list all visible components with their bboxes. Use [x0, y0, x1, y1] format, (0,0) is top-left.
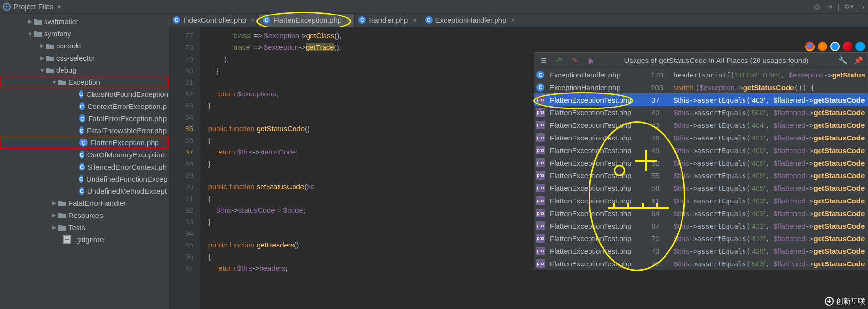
- folder-icon: [33, 30, 42, 38]
- watermark: 创新互联: [824, 296, 865, 306]
- tree-item[interactable]: CClassNotFoundException.: [0, 88, 169, 100]
- editor-tab[interactable]: CExceptionHandler.php×: [421, 14, 520, 27]
- php-file-icon: php: [536, 171, 545, 180]
- editor-tab[interactable]: CIndexController.php×: [169, 14, 259, 27]
- line-number: 89: [169, 170, 193, 181]
- usage-row[interactable]: CExceptionHandler.php170header(sprintf('…: [534, 68, 868, 81]
- expand-arrow-icon[interactable]: ▼: [51, 79, 58, 85]
- tree-item[interactable]: ▶Tests: [0, 221, 169, 233]
- chevron-down-icon[interactable]: ▼: [57, 4, 62, 10]
- usage-line: 55: [651, 171, 669, 180]
- usage-row[interactable]: phpFlattenExceptionTest.php40$this->asse…: [534, 106, 868, 119]
- close-icon[interactable]: ×: [344, 16, 350, 24]
- tree-item[interactable]: ▼Exception: [0, 76, 169, 88]
- expand-arrow-icon[interactable]: ▶: [51, 212, 58, 218]
- line-number: 78: [169, 42, 193, 53]
- tree-label: .gitignore: [74, 235, 104, 244]
- divider: |: [838, 2, 840, 11]
- usage-row[interactable]: phpFlattenExceptionTest.php52$this->asse…: [534, 156, 868, 169]
- php-file-icon: php: [536, 95, 545, 104]
- tree-item[interactable]: CFatalThrowableError.php: [0, 124, 169, 137]
- folder-icon: [33, 18, 42, 26]
- tree-item[interactable]: ▶FatalErrorHandler: [0, 197, 169, 209]
- usage-row[interactable]: phpFlattenExceptionTest.php61$this->asse…: [534, 194, 868, 207]
- usage-file: FlattenExceptionTest.php: [550, 197, 647, 205]
- line-number: 90: [169, 181, 193, 193]
- tree-label: FatalThrowableError.php: [87, 126, 167, 135]
- tree-item[interactable]: CFatalErrorException.php: [0, 112, 169, 124]
- chrome-icon[interactable]: [805, 42, 815, 51]
- usage-row[interactable]: phpFlattenExceptionTest.php76$this->asse…: [534, 257, 868, 270]
- usage-row[interactable]: phpFlattenExceptionTest.php49$this->asse…: [534, 144, 868, 156]
- close-icon[interactable]: ×: [411, 16, 417, 24]
- opera-icon[interactable]: [843, 42, 852, 51]
- usage-row[interactable]: phpFlattenExceptionTest.php43$this->asse…: [534, 119, 868, 131]
- stop-icon[interactable]: ◉: [585, 55, 595, 66]
- class-icon: C: [536, 71, 544, 79]
- close-icon[interactable]: ×: [509, 16, 515, 24]
- php-file-icon: php: [536, 196, 545, 205]
- line-number: 80: [169, 65, 193, 77]
- usage-line: 64: [651, 209, 669, 217]
- usage-row[interactable]: phpFlattenExceptionTest.php37$this->asse…: [534, 93, 868, 106]
- usage-snippet: $this->assertEquals('428', $flattened->g…: [674, 247, 865, 255]
- firefox-icon[interactable]: [818, 42, 827, 51]
- class-icon: C: [536, 83, 544, 92]
- tree-item[interactable]: CUndefinedFunctionExcep: [0, 173, 169, 185]
- usage-row[interactable]: phpFlattenExceptionTest.php55$this->asse…: [534, 169, 868, 182]
- expand-arrow-icon[interactable]: ▶: [39, 43, 46, 49]
- tree-item[interactable]: .gitignore: [0, 233, 169, 246]
- gear-icon[interactable]: ✲▾: [845, 3, 852, 11]
- collapse-icon[interactable]: ⇥: [825, 3, 833, 11]
- tree-item[interactable]: ▶console: [0, 40, 169, 52]
- usage-line: 67: [651, 222, 669, 230]
- tree-item[interactable]: ▶Resources: [0, 209, 169, 221]
- usage-row[interactable]: phpFlattenExceptionTest.php67$this->asse…: [534, 219, 868, 232]
- tree-item[interactable]: ▶swiftmailer: [0, 15, 169, 28]
- expand-arrow-icon[interactable]: ▶: [51, 200, 58, 206]
- usage-line: 170: [651, 71, 668, 79]
- usage-file: FlattenExceptionTest.php: [550, 260, 647, 268]
- gutter: 7778798081828384858687888990919293949596…: [169, 27, 200, 309]
- tree-item[interactable]: ▼symfony: [0, 28, 169, 40]
- edge-icon[interactable]: [855, 42, 865, 51]
- hide-icon[interactable]: ↦: [857, 3, 865, 11]
- next-occurrence-icon[interactable]: ↷: [569, 55, 580, 66]
- usage-row[interactable]: phpFlattenExceptionTest.php64$this->asse…: [534, 207, 868, 219]
- editor-tab[interactable]: CFlattenException.php×: [259, 14, 355, 27]
- expand-arrow-icon[interactable]: ▶: [27, 18, 33, 25]
- usage-row[interactable]: CExceptionHandler.php203switch ($excepti…: [534, 81, 868, 93]
- usage-row[interactable]: phpFlattenExceptionTest.php70$this->asse…: [534, 232, 868, 245]
- tree-item[interactable]: CContextErrorException.p: [0, 100, 169, 112]
- close-icon[interactable]: ×: [249, 16, 255, 24]
- usage-file: FlattenExceptionTest.php: [550, 247, 647, 255]
- prev-occurrence-icon[interactable]: ↶: [554, 55, 564, 66]
- expand-arrow-icon[interactable]: ▶: [39, 55, 46, 61]
- tree-item[interactable]: CUndefinedMethodExcept: [0, 185, 169, 197]
- usage-row[interactable]: phpFlattenExceptionTest.php73$this->asse…: [534, 245, 868, 257]
- php-file-icon: php: [536, 247, 545, 255]
- line-number: 87: [169, 146, 193, 158]
- settings-icon[interactable]: 🔧: [837, 55, 848, 66]
- usage-row[interactable]: phpFlattenExceptionTest.php46$this->asse…: [534, 131, 868, 144]
- tree-item[interactable]: CSilencedErrorContext.ph: [0, 161, 169, 173]
- pin-icon[interactable]: 📌: [853, 55, 864, 66]
- usage-row[interactable]: phpFlattenExceptionTest.php58$this->asse…: [534, 182, 868, 194]
- tree-label: symfony: [44, 30, 71, 38]
- find-usages-panel: ☰ ↶ ↷ ◉ Usages of getStatusCode in All P…: [534, 52, 868, 270]
- line-number: 81: [169, 77, 193, 88]
- tree-item[interactable]: ▶css-selector: [0, 52, 169, 64]
- editor-tab[interactable]: CHandler.php×: [355, 14, 421, 27]
- expand-arrow-icon[interactable]: ▼: [39, 67, 46, 73]
- safari-icon[interactable]: [830, 42, 840, 51]
- tree-view-icon[interactable]: ☰: [538, 55, 549, 66]
- tree-item[interactable]: ▼debug: [0, 64, 169, 76]
- target-icon[interactable]: ◎: [813, 3, 821, 11]
- expand-arrow-icon[interactable]: ▼: [27, 31, 33, 37]
- tree-label: FatalErrorException.php: [88, 114, 167, 123]
- php-file-icon: php: [536, 234, 545, 243]
- tree-item[interactable]: COutOfMemoryException.: [0, 149, 169, 161]
- tree-item[interactable]: CFlattenException.php: [0, 137, 169, 149]
- usage-snippet: $this->assertEquals('403', $flattened->g…: [674, 209, 865, 217]
- expand-arrow-icon[interactable]: ▶: [51, 224, 58, 231]
